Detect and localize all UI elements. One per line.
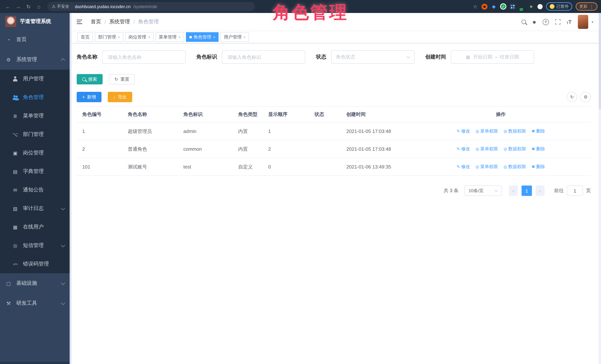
- badge-icon: ▣: [12, 150, 18, 156]
- avatar-caret-down-icon[interactable]: ▾: [591, 20, 593, 24]
- org-tree-icon: ⌥: [12, 131, 18, 137]
- security-warning[interactable]: ⚠ 不安全: [52, 4, 69, 9]
- sidebar-item-menus[interactable]: ≣ 菜单管理: [0, 107, 70, 125]
- add-button[interactable]: + 新增: [77, 92, 101, 102]
- cell-sort-order: 0: [263, 164, 309, 170]
- col-actions: 操作: [449, 111, 591, 118]
- tab-departments[interactable]: 部门管理×: [95, 32, 123, 42]
- data-permission-link[interactable]: ◎数据权限: [504, 146, 526, 152]
- prev-page-button[interactable]: ‹: [509, 186, 518, 196]
- extension-paw-icon[interactable]: [538, 4, 543, 9]
- close-icon[interactable]: ×: [148, 35, 150, 39]
- sidebar-item-sms[interactable]: ◎ 短信管理: [0, 236, 70, 255]
- github-icon[interactable]: ●: [532, 19, 536, 25]
- user-avatar[interactable]: [578, 15, 588, 29]
- close-icon[interactable]: ×: [178, 35, 180, 39]
- scrollbar-thumb[interactable]: [599, 13, 601, 109]
- edit-link[interactable]: ✎修改: [457, 164, 470, 170]
- monitor-icon: ▦: [12, 224, 18, 230]
- edit-link[interactable]: ✎修改: [457, 146, 470, 152]
- sidebar-item-notices[interactable]: ✉ 通知公告: [0, 181, 70, 199]
- delete-link[interactable]: ✖删除: [531, 128, 545, 134]
- circle-check-icon: ◎: [476, 129, 479, 134]
- help-icon[interactable]: ?: [542, 19, 549, 25]
- delete-link[interactable]: ✖删除: [531, 164, 545, 170]
- goto-page-input[interactable]: [567, 186, 583, 196]
- extension-sprout-icon[interactable]: [528, 3, 534, 10]
- sidebar-item-roles[interactable]: 角色管理: [0, 88, 70, 107]
- delete-link[interactable]: ✖删除: [531, 146, 545, 152]
- extension-orange-icon[interactable]: [481, 3, 488, 10]
- column-settings-button[interactable]: ⚙: [581, 92, 591, 102]
- delete-icon: ✖: [531, 147, 535, 151]
- tab-users[interactable]: 用户管理×: [220, 32, 249, 42]
- menu-permission-link[interactable]: ◎菜单权限: [476, 128, 498, 134]
- status-select[interactable]: 角色状态: [331, 50, 414, 64]
- refresh-icon: ↻: [114, 77, 118, 81]
- extension-check-icon[interactable]: ✓: [500, 3, 506, 10]
- bookmark-star-icon[interactable]: ☆: [472, 3, 478, 10]
- extension-on-badge-icon[interactable]: on: [519, 3, 525, 10]
- browser-home-icon[interactable]: ⌂: [35, 2, 43, 10]
- browser-update-button[interactable]: 更新 ⋮: [576, 2, 598, 11]
- app-logo-row[interactable]: 芋道管理系统: [0, 13, 70, 30]
- menu-permission-link[interactable]: ◎菜单权限: [476, 146, 498, 152]
- search-icon[interactable]: [521, 20, 526, 24]
- refresh-table-button[interactable]: ↻: [567, 92, 577, 102]
- sidebar-item-users[interactable]: 用户管理: [0, 70, 70, 88]
- current-page-button[interactable]: 1: [521, 186, 532, 196]
- profile-paused-chip[interactable]: 已暂停: [546, 2, 572, 11]
- data-permission-link[interactable]: ◎数据权限: [504, 164, 526, 170]
- sidebar-item-error-codes[interactable]: </> 错误码管理: [0, 255, 70, 273]
- tab-home[interactable]: 首页: [77, 32, 93, 42]
- browser-forward-icon[interactable]: →: [14, 2, 22, 10]
- font-size-icon[interactable]: TT: [567, 19, 571, 25]
- sidebar-item-dev-tools[interactable]: ⚒ 研发工具: [0, 293, 70, 313]
- sidebar-item-posts[interactable]: ▣ 岗位管理: [0, 144, 70, 162]
- list-icon: ≣: [12, 113, 18, 119]
- sidebar-scrollbar[interactable]: [70, 13, 71, 364]
- tab-roles[interactable]: 角色管理×: [186, 32, 219, 42]
- sidebar-item-system[interactable]: ⚙ 系统管理: [0, 50, 70, 70]
- sidebar-item-online-users[interactable]: ▦ 在线用户: [0, 218, 70, 236]
- extension-gem-icon[interactable]: ◆: [491, 3, 497, 10]
- tab-menus[interactable]: 菜单管理×: [155, 32, 184, 42]
- chevron-down-icon: [494, 188, 498, 192]
- address-bar[interactable]: ⚠ 不安全 dashboard.yudao.iocoder.cn/system/…: [47, 2, 255, 11]
- cell-sort-order: 1: [263, 128, 309, 134]
- goto-suffix: 页: [586, 187, 591, 194]
- page-size-select[interactable]: 10条/页: [464, 186, 501, 196]
- sidebar-item-home[interactable]: ◔ 首页: [0, 30, 70, 50]
- sidebar-item-dictionaries[interactable]: ▤ 字典管理: [0, 162, 70, 181]
- close-icon[interactable]: ×: [244, 35, 246, 39]
- hamburger-icon[interactable]: [74, 16, 86, 27]
- cell-role-id: 2: [77, 146, 122, 152]
- browser-menu-icon[interactable]: ⋮: [589, 4, 594, 9]
- next-page-button[interactable]: ›: [536, 186, 544, 196]
- export-button[interactable]: ↓ 导出: [108, 92, 132, 102]
- sidebar-item-departments[interactable]: ⌥ 部门管理: [0, 125, 70, 144]
- breadcrumb-home[interactable]: 首页: [91, 19, 101, 25]
- search-button[interactable]: 搜索: [77, 74, 103, 84]
- menu-permission-link[interactable]: ◎菜单权限: [476, 164, 498, 170]
- tab-posts[interactable]: 岗位管理×: [125, 32, 154, 42]
- close-icon[interactable]: ×: [213, 35, 215, 39]
- browser-back-icon[interactable]: ←: [4, 2, 12, 10]
- extension-grid-icon[interactable]: [510, 3, 516, 10]
- edit-link[interactable]: ✎修改: [457, 128, 470, 134]
- data-permission-link[interactable]: ◎数据权限: [504, 128, 526, 134]
- sidebar-item-infrastructure[interactable]: ▢ 基础设施: [0, 273, 70, 293]
- browser-reload-icon[interactable]: ↻: [24, 2, 33, 10]
- sidebar-item-audit-logs[interactable]: ▧ 审计日志: [0, 199, 70, 218]
- reset-button[interactable]: ↻ 重置: [109, 74, 135, 84]
- role-code-input[interactable]: [227, 54, 300, 60]
- document-icon: ▧: [12, 206, 18, 211]
- page-scrollbar[interactable]: [599, 13, 601, 364]
- role-name-input[interactable]: [107, 54, 181, 60]
- breadcrumb-system[interactable]: 系统管理: [109, 19, 130, 25]
- users-group-icon: [12, 94, 18, 100]
- create-time-range-picker[interactable]: ▦ 开始日期 - 结束日期: [451, 50, 534, 64]
- fullscreen-icon[interactable]: [555, 19, 560, 24]
- gear-icon: ⚙: [6, 57, 11, 63]
- close-icon[interactable]: ×: [118, 35, 120, 39]
